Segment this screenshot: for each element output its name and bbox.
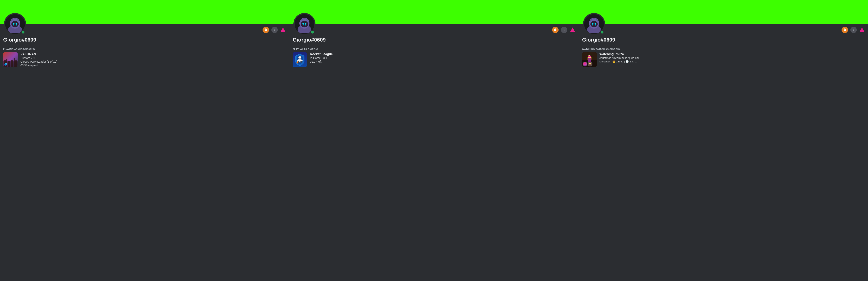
svg-point-30 [555, 29, 555, 30]
svg-point-8 [266, 29, 266, 30]
svg-point-32 [564, 29, 564, 29]
profile-banner [579, 0, 868, 24]
profile-banner [0, 0, 289, 24]
status-indicator [310, 30, 315, 34]
svg-point-63 [589, 63, 591, 64]
ghost-icon[interactable] [552, 27, 559, 33]
svg-rect-17 [8, 61, 10, 67]
svg-point-44 [590, 21, 598, 27]
avatar-container [583, 13, 605, 35]
more-icon[interactable] [271, 27, 278, 33]
game-title: Watching Philza [599, 52, 865, 56]
svg-rect-5 [13, 24, 14, 26]
activity-label: WATCHING TWITCH AS GIORGIO [582, 48, 865, 50]
profile-card-card-twitch: Giorgio#0609 WATCHING TWITCH AS GIORGIO [579, 0, 868, 281]
nitro-triangle-icon [280, 27, 286, 33]
svg-rect-18 [11, 60, 13, 67]
rocket-league-thumbnail [292, 52, 307, 67]
action-icons [552, 27, 576, 35]
nitro-triangle-icon [859, 27, 865, 33]
svg-point-7 [265, 29, 266, 30]
profile-card-card-rocketleague: Giorgio#0609 PLAYING AS GIORGIO [289, 0, 579, 281]
activity-label: PLAYING AS GIORGIO#1234 [3, 48, 286, 50]
avatar-container [293, 13, 315, 35]
ghost-icon[interactable] [262, 27, 269, 33]
svg-point-33 [564, 30, 564, 30]
game-info: Watching Philza christmas stream hello :… [599, 52, 865, 63]
twitch-meta-line: Minecraft | 🧑 18580 | 🕐 2:47:... [599, 60, 865, 63]
game-title: VALORANT [21, 52, 286, 56]
game-detail-1: 01:07 left [310, 60, 575, 63]
svg-point-40 [301, 61, 302, 63]
game-thumbnail [582, 52, 597, 67]
game-detail-0: christmas stream hello :) we chil... [599, 56, 865, 60]
game-detail-1: Closed Party Leader (1 of 12) [21, 60, 286, 63]
status-indicator [600, 30, 604, 34]
game-detail-0: Custom 2-1 [21, 56, 286, 60]
twitch-thumbnail [582, 52, 597, 67]
activity-label: PLAYING AS GIORGIO [292, 48, 575, 50]
svg-point-49 [844, 29, 844, 30]
game-title: Rocket League [310, 52, 575, 56]
svg-point-64 [589, 65, 591, 66]
more-icon[interactable] [561, 27, 567, 33]
svg-marker-54 [860, 28, 864, 32]
svg-point-51 [853, 29, 854, 29]
svg-rect-38 [298, 60, 302, 61]
svg-point-50 [845, 29, 845, 30]
game-info: Rocket League In Game - 3:101:07 left [310, 52, 575, 63]
svg-point-25 [301, 21, 308, 27]
svg-point-10 [274, 30, 275, 30]
twitch-game-label: Minecraft | 🧑 18580 | 🕐 2:47:... [599, 60, 638, 63]
svg-point-2 [11, 21, 19, 27]
svg-point-9 [274, 29, 275, 29]
avatar-container [4, 13, 26, 35]
svg-point-34 [564, 30, 564, 31]
svg-marker-12 [281, 28, 285, 32]
game-detail-0: In Game - 3:1 [310, 56, 575, 60]
username: Giorgio#0609 [579, 35, 868, 44]
profile-card-card-valorant: Giorgio#0609 PLAYING AS GIORGIO#1234 [0, 0, 289, 281]
svg-rect-29 [305, 24, 306, 26]
username: Giorgio#0609 [289, 35, 579, 44]
game-detail-2: 03:59 elapsed [21, 64, 286, 67]
activity-section: PLAYING AS GIORGIO#1234 [0, 48, 289, 67]
game-info: VALORANT Custom 2-1Closed Party Leader (… [21, 52, 286, 67]
valorant-thumbnail [3, 52, 18, 67]
action-icons [841, 27, 865, 35]
svg-point-31 [556, 29, 556, 30]
profile-banner [289, 0, 579, 24]
activity-content: VALORANT Custom 2-1Closed Party Leader (… [3, 52, 286, 67]
svg-rect-47 [592, 24, 593, 26]
svg-point-53 [853, 30, 854, 31]
activity-section: PLAYING AS GIORGIO [289, 48, 579, 67]
svg-rect-19 [13, 58, 15, 67]
activity-section: WATCHING TWITCH AS GIORGIO [579, 48, 868, 67]
svg-point-11 [274, 30, 275, 31]
ghost-icon[interactable] [841, 27, 848, 33]
activity-content: Watching Philza christmas stream hello :… [582, 52, 865, 67]
svg-rect-6 [16, 24, 17, 26]
more-icon[interactable] [850, 27, 857, 33]
status-indicator [21, 30, 25, 34]
game-thumbnail [3, 52, 18, 67]
game-thumbnail [292, 52, 307, 67]
activity-content: Rocket League In Game - 3:101:07 left [292, 52, 575, 67]
svg-rect-20 [15, 60, 17, 67]
action-icons [262, 27, 286, 35]
username: Giorgio#0609 [0, 35, 289, 44]
nitro-triangle-icon [570, 27, 576, 33]
svg-rect-28 [303, 24, 304, 26]
svg-point-52 [853, 30, 854, 30]
svg-point-62 [584, 65, 586, 66]
svg-marker-35 [570, 28, 575, 32]
svg-rect-48 [595, 24, 596, 26]
